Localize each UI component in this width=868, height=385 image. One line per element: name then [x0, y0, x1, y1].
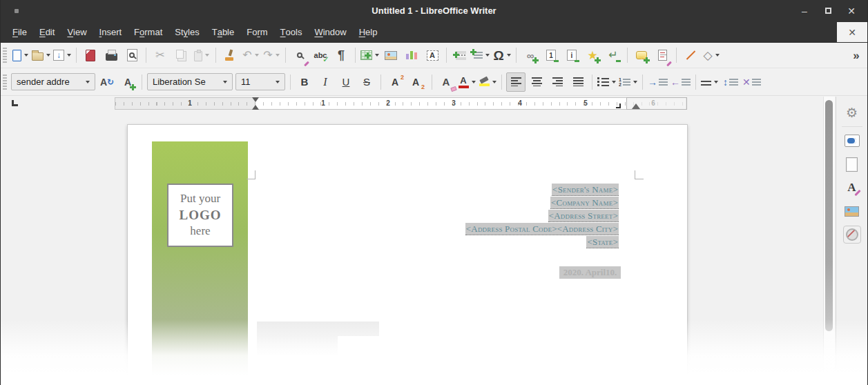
insert-chart-button[interactable] [402, 46, 421, 65]
cross-reference-button[interactable]: ↵ [604, 46, 623, 65]
decrease-indent-button[interactable]: ← [670, 72, 691, 92]
menu-view[interactable]: View [61, 21, 93, 43]
chevron-down-icon[interactable] [375, 54, 379, 57]
increase-paragraph-spacing-button[interactable]: ↕ [721, 72, 740, 92]
chevron-down-icon[interactable] [485, 54, 490, 57]
copy-button[interactable] [171, 46, 191, 65]
scrollbar-thumb[interactable] [825, 100, 833, 331]
italic-button[interactable]: I [316, 72, 335, 92]
menu-form[interactable]: Form [240, 21, 273, 43]
insert-comment-button[interactable] [632, 46, 651, 65]
menu-window[interactable]: Window [308, 21, 352, 43]
chevron-down-icon[interactable] [276, 54, 280, 57]
chevron-down-icon[interactable] [67, 54, 71, 57]
cut-button[interactable]: ✂ [151, 46, 170, 65]
highlight-color-button[interactable] [478, 72, 497, 92]
save-button[interactable]: ↓ [52, 46, 72, 65]
logo-placeholder-frame[interactable]: Put your LOGO here [167, 184, 233, 247]
insert-bookmark-button[interactable]: ★ [583, 46, 602, 65]
insert-table-button[interactable] [360, 46, 380, 65]
menu-help[interactable]: Help [353, 21, 384, 43]
insert-field-button[interactable] [472, 46, 491, 65]
right-tab-marker[interactable] [616, 103, 621, 108]
insert-line-button[interactable] [681, 46, 700, 65]
menu-table[interactable]: Table [206, 21, 241, 43]
sidebar-settings-button[interactable]: ⚙ [840, 101, 864, 124]
chevron-down-icon[interactable] [223, 81, 227, 83]
basic-shapes-button[interactable]: ◇ [702, 46, 721, 65]
update-style-button[interactable]: A↻ [97, 72, 117, 92]
underline-button[interactable]: U [336, 72, 356, 92]
undo-button[interactable]: ↶ [241, 46, 260, 65]
insert-text-box-button[interactable]: A [423, 46, 442, 65]
chevron-down-icon[interactable] [492, 81, 496, 83]
track-changes-button[interactable] [653, 46, 672, 65]
justify-button[interactable] [568, 72, 588, 92]
close-document-button[interactable]: ✕ [837, 22, 867, 42]
chevron-down-icon[interactable] [46, 54, 50, 57]
menu-format[interactable]: Format [128, 21, 168, 43]
chevron-down-icon[interactable] [507, 54, 511, 57]
toolbar-drag-handle[interactable] [3, 48, 7, 63]
chevron-down-icon[interactable] [633, 81, 637, 83]
font-name-combo[interactable]: Liberation Se [147, 73, 233, 90]
export-pdf-button[interactable] [81, 46, 100, 65]
chevron-down-icon[interactable] [714, 81, 718, 83]
minimize-button[interactable]: – [793, 0, 816, 21]
menu-styles[interactable]: Styles [168, 21, 205, 43]
sidebar-gallery-button[interactable] [840, 200, 864, 222]
chevron-down-icon[interactable] [205, 54, 209, 57]
insert-endnote-button[interactable]: i [562, 46, 581, 65]
clone-formatting-button[interactable] [220, 46, 240, 65]
new-style-button[interactable]: A [118, 72, 137, 92]
placeholder-field[interactable]: <State> [586, 236, 619, 248]
placeholder-field[interactable]: <Company Name> [550, 197, 619, 209]
menu-tools[interactable]: Tools [274, 21, 309, 43]
toolbar-overflow-button[interactable]: » [847, 46, 866, 65]
bullet-list-button[interactable] [597, 72, 617, 92]
subscript-button[interactable]: A2 [406, 72, 425, 92]
date-field[interactable]: 2020. April10. [559, 266, 621, 279]
chevron-down-icon[interactable] [86, 81, 90, 83]
chevron-down-icon[interactable] [276, 81, 280, 83]
tab-stop-selector[interactable] [12, 100, 18, 106]
close-button[interactable]: ✕ [840, 0, 863, 21]
increase-indent-button[interactable]: → [647, 72, 668, 92]
paragraph-style-combo[interactable]: sender addre [11, 73, 95, 90]
menu-edit[interactable]: Edit [33, 21, 61, 43]
redo-button[interactable]: ↷ [262, 46, 281, 65]
menu-insert[interactable]: Insert [93, 21, 128, 43]
placeholder-field[interactable]: <Address Street> [548, 210, 619, 222]
sidebar-page-button[interactable] [840, 153, 864, 175]
insert-image-button[interactable] [381, 46, 401, 65]
strikethrough-button[interactable]: S [357, 72, 376, 92]
insert-footnote-button[interactable]: 1 [541, 46, 561, 65]
right-indent-marker[interactable] [632, 103, 640, 109]
horizontal-ruler[interactable]: 1123456 [115, 97, 686, 110]
vertical-scrollbar[interactable] [823, 97, 835, 385]
formatting-marks-button[interactable]: ¶ [331, 46, 351, 65]
open-button[interactable] [31, 46, 51, 65]
paste-button[interactable] [192, 46, 211, 65]
line-spacing-button[interactable] [700, 72, 720, 92]
find-replace-button[interactable] [290, 46, 309, 65]
insert-hyperlink-button[interactable]: ∞ [521, 46, 540, 65]
toolbar-drag-handle[interactable] [3, 75, 7, 90]
bold-button[interactable]: B [295, 72, 314, 92]
numbered-list-button[interactable]: 12 [618, 72, 638, 92]
align-left-button[interactable] [506, 72, 525, 92]
chevron-down-icon[interactable] [255, 54, 259, 57]
print-preview-button[interactable] [122, 46, 142, 65]
insert-page-break-button[interactable] [451, 46, 470, 65]
placeholder-field[interactable]: <Address Postal Code><Address City> [465, 223, 619, 235]
logo-color-band[interactable] [152, 141, 248, 385]
chevron-down-icon[interactable] [612, 81, 616, 83]
align-center-button[interactable] [527, 72, 546, 92]
special-character-button[interactable]: Ω [492, 46, 512, 65]
document-page[interactable]: Put your LOGO here <Sender's Name> <Comp… [127, 124, 688, 385]
chevron-down-icon[interactable] [24, 54, 28, 57]
spelling-button[interactable]: abc✓ [311, 46, 330, 65]
chevron-down-icon[interactable] [472, 81, 476, 83]
sidebar-properties-button[interactable] [840, 130, 864, 152]
superscript-button[interactable]: A2 [385, 72, 405, 92]
